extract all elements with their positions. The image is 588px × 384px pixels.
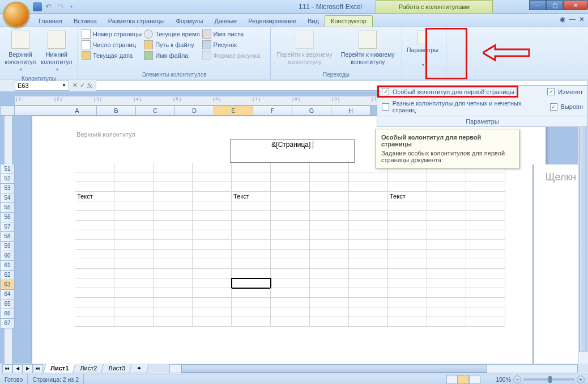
cell[interactable] — [310, 230, 349, 240]
close-button[interactable]: ✕ — [563, 0, 588, 10]
checkbox-first-page[interactable]: ✓ — [382, 88, 389, 95]
cell[interactable] — [388, 201, 427, 211]
cell[interactable] — [349, 221, 388, 230]
cell[interactable] — [114, 307, 154, 317]
tab-formulas[interactable]: Формулы — [171, 16, 209, 27]
file-name-button[interactable]: Имя файла — [144, 51, 199, 60]
tab-home[interactable]: Главная — [33, 16, 68, 27]
cell[interactable] — [349, 201, 388, 211]
tab-design[interactable]: Конструктор — [325, 15, 373, 27]
cell[interactable] — [271, 298, 310, 307]
cell[interactable] — [154, 192, 193, 201]
ribbon-minimize-icon[interactable]: — — [569, 15, 576, 23]
row-header-57[interactable]: 57 — [0, 222, 15, 232]
cell[interactable] — [75, 269, 114, 278]
cell[interactable] — [232, 278, 271, 288]
cell[interactable] — [427, 240, 466, 250]
cell[interactable] — [427, 317, 466, 327]
cell[interactable] — [388, 182, 427, 192]
cell[interactable] — [427, 288, 466, 298]
cell[interactable] — [75, 307, 114, 317]
cell[interactable]: Текст — [388, 192, 427, 201]
tab-layout[interactable]: Разметка страницы — [103, 16, 171, 27]
cell[interactable] — [75, 182, 114, 192]
cell[interactable] — [349, 230, 388, 240]
cell[interactable] — [75, 172, 114, 182]
cell[interactable] — [388, 240, 427, 250]
cell[interactable] — [427, 278, 466, 288]
cell[interactable] — [232, 288, 271, 298]
cell[interactable] — [310, 288, 349, 298]
cell[interactable] — [271, 250, 310, 259]
row-header-52[interactable]: 52 — [0, 174, 15, 184]
header-edit-center[interactable]: &[Страница] — [230, 139, 355, 163]
tab-review[interactable]: Рецензирование — [242, 16, 302, 27]
cell[interactable] — [232, 172, 271, 182]
cell[interactable] — [466, 288, 505, 298]
cell[interactable] — [232, 298, 271, 307]
cell[interactable] — [114, 298, 154, 307]
column-header-B[interactable]: B — [97, 106, 136, 116]
horizontal-scrollbar[interactable] — [169, 364, 578, 373]
cell[interactable] — [232, 269, 271, 278]
office-button[interactable] — [3, 2, 29, 28]
cell[interactable] — [271, 172, 310, 182]
cell[interactable] — [154, 269, 193, 278]
cell[interactable] — [349, 182, 388, 192]
minimize-button[interactable]: — — [529, 0, 546, 10]
hscroll-thumb[interactable] — [181, 365, 487, 373]
cell[interactable] — [310, 250, 349, 259]
cell[interactable] — [349, 211, 388, 221]
cell[interactable] — [427, 230, 466, 240]
cell[interactable] — [310, 163, 349, 172]
cell[interactable] — [154, 182, 193, 192]
zoom-out-button[interactable]: − — [513, 375, 521, 383]
cell[interactable] — [466, 269, 505, 278]
cell[interactable] — [388, 172, 427, 182]
cell[interactable] — [310, 240, 349, 250]
cell[interactable] — [388, 307, 427, 317]
goto-footer-button[interactable]: Перейти к нижнему колонтитулу — [338, 29, 399, 65]
cell[interactable] — [271, 221, 310, 230]
row-header-64[interactable]: 64 — [0, 290, 15, 299]
cell[interactable] — [193, 298, 232, 307]
cell[interactable] — [388, 288, 427, 298]
cell[interactable] — [193, 221, 232, 230]
cell[interactable] — [232, 230, 271, 240]
cell[interactable] — [154, 211, 193, 221]
cell[interactable] — [193, 240, 232, 250]
column-header-A[interactable]: A — [15, 106, 97, 116]
sheet-name-button[interactable]: Имя листа — [202, 29, 261, 39]
cell[interactable] — [466, 172, 505, 182]
cell[interactable] — [466, 307, 505, 317]
cell[interactable] — [154, 240, 193, 250]
zoom-slider[interactable] — [523, 378, 574, 381]
row-header-60[interactable]: 60 — [0, 251, 15, 261]
cell[interactable] — [114, 269, 154, 278]
cell[interactable] — [154, 317, 193, 327]
cell[interactable] — [388, 259, 427, 269]
cell[interactable] — [271, 201, 310, 211]
cell[interactable] — [114, 317, 154, 327]
cell[interactable] — [427, 221, 466, 230]
redo-icon[interactable]: ↷ — [58, 2, 67, 11]
column-header-F[interactable]: F — [253, 106, 292, 116]
cell[interactable] — [271, 230, 310, 240]
cell[interactable] — [466, 298, 505, 307]
cell[interactable] — [75, 201, 114, 211]
cell[interactable] — [427, 269, 466, 278]
cell[interactable] — [466, 230, 505, 240]
undo-icon[interactable]: ↶ — [45, 2, 54, 11]
cell[interactable] — [114, 221, 154, 230]
cell[interactable] — [349, 250, 388, 259]
sheet-tab-1[interactable]: Лист1 — [43, 364, 76, 373]
help-icon[interactable]: ◉ — [560, 15, 565, 23]
cell[interactable] — [310, 221, 349, 230]
cell[interactable] — [114, 278, 154, 288]
cell[interactable] — [193, 163, 232, 172]
cell[interactable] — [154, 298, 193, 307]
cell[interactable] — [427, 192, 466, 201]
cell[interactable] — [232, 163, 271, 172]
cell[interactable] — [114, 240, 154, 250]
footer-button[interactable]: Нижний колонтитул — [40, 29, 74, 73]
